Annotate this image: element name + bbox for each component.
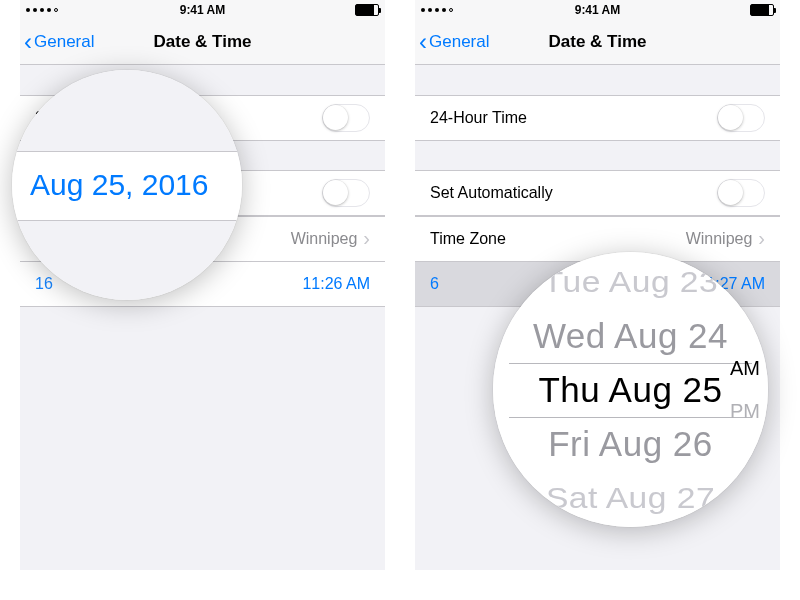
cell-24hour[interactable]: 24-Hour Time [415, 95, 780, 141]
picker-row[interactable]: Fri Aug 26 [493, 417, 768, 471]
zoom-magnifier-date: Aug 25, 2016 [12, 70, 242, 300]
status-bar: 9:41 AM [20, 0, 385, 20]
picker-ampm[interactable]: AM PM [730, 357, 760, 423]
date-display: 6 [430, 275, 439, 293]
switch-set-auto[interactable] [717, 179, 765, 207]
switch-24hour[interactable] [717, 104, 765, 132]
cell-time-zone-value: Winnipeg [291, 230, 358, 248]
nav-bar: ‹ General Date & Time [20, 20, 385, 65]
chevron-right-icon: › [758, 227, 765, 250]
nav-bar: ‹ General Date & Time [415, 20, 780, 65]
cell-time-zone-value: Winnipeg [686, 230, 753, 248]
status-bar: 9:41 AM [415, 0, 780, 20]
time-display: 11:26 AM [302, 275, 370, 293]
picker-row[interactable]: Wed Aug 24 [493, 309, 768, 363]
zoom-date-text: Aug 25, 2016 [30, 168, 209, 202]
battery-icon [355, 0, 379, 20]
battery-icon [750, 0, 774, 20]
switch-set-auto[interactable] [322, 179, 370, 207]
cell-set-auto-label: Set Automatically [430, 184, 717, 202]
switch-24hour[interactable] [322, 104, 370, 132]
nav-title: Date & Time [415, 20, 780, 64]
cell-time-zone[interactable]: Time Zone Winnipeg › [415, 216, 780, 262]
date-display: 16 [35, 275, 53, 293]
picker-row-selected[interactable]: Thu Aug 25 [493, 363, 768, 417]
cell-set-auto[interactable]: Set Automatically [415, 170, 780, 216]
zoom-magnifier-picker: Tue Aug 23 Wed Aug 24 Thu Aug 25 Fri Aug… [493, 252, 768, 527]
cell-time-zone-label: Time Zone [430, 230, 686, 248]
nav-title: Date & Time [20, 20, 385, 64]
cell-24hour-label: 24-Hour Time [430, 109, 717, 127]
picker-pm[interactable]: PM [730, 400, 760, 423]
status-time: 9:41 AM [415, 0, 780, 20]
picker-am[interactable]: AM [730, 357, 760, 380]
chevron-right-icon: › [363, 227, 370, 250]
date-picker[interactable]: Tue Aug 23 Wed Aug 24 Thu Aug 25 Fri Aug… [493, 252, 768, 527]
status-time: 9:41 AM [20, 0, 385, 20]
